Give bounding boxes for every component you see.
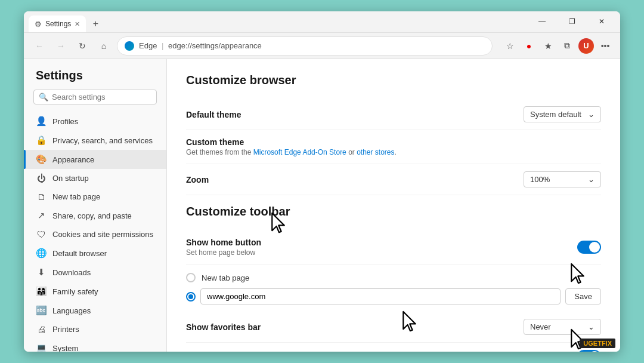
zoom-row: Zoom 100% ⌄ bbox=[186, 164, 601, 195]
window-controls: — ❐ ✕ bbox=[524, 11, 620, 32]
sidebar-item-cookies[interactable]: 🛡 Cookies and site permissions bbox=[24, 225, 166, 244]
settings-tab-label: Settings bbox=[45, 20, 71, 28]
watermark: UGETFIX bbox=[580, 339, 615, 348]
sidebar-item-downloads[interactable]: ⬇ Downloads bbox=[24, 263, 166, 282]
downloads-icon: ⬇ bbox=[36, 267, 47, 278]
appearance-icon: 🎨 bbox=[36, 154, 47, 165]
sidebar-item-label: Downloads bbox=[52, 268, 91, 277]
close-button[interactable]: ✕ bbox=[588, 11, 615, 32]
show-home-button-label: Show home button bbox=[186, 238, 261, 247]
sidebar-item-appearance[interactable]: 🎨 Appearance bbox=[24, 150, 166, 169]
sidebar-item-label: On startup bbox=[52, 174, 89, 183]
collections-icon[interactable]: ★ bbox=[540, 38, 556, 54]
sidebar-item-privacy[interactable]: 🔒 Privacy, search, and services bbox=[24, 131, 166, 150]
chevron-down-icon: ⌄ bbox=[588, 110, 595, 119]
edge-addon-store-link[interactable]: Microsoft Edge Add-On Store bbox=[253, 148, 346, 156]
default-theme-row: Default theme System default ⌄ bbox=[186, 99, 601, 130]
search-box[interactable]: 🔍 bbox=[33, 90, 157, 104]
maximize-button[interactable]: ❐ bbox=[558, 11, 586, 32]
content-area-wrap: Customize browser Default theme System d… bbox=[167, 59, 620, 352]
set-home-desc: Set home page below bbox=[186, 248, 261, 257]
sidebar-item-label: Cookies and site permissions bbox=[52, 230, 153, 239]
sidebar-item-printers[interactable]: 🖨 Printers bbox=[24, 320, 166, 339]
sidebar-item-label: Printers bbox=[52, 325, 79, 334]
search-input[interactable] bbox=[52, 93, 151, 101]
sidebar-item-startup[interactable]: ⏻ On startup bbox=[24, 169, 166, 187]
edge-logo-icon bbox=[125, 41, 134, 51]
default-theme-dropdown[interactable]: System default ⌄ bbox=[524, 106, 601, 122]
profiles-icon: 👤 bbox=[36, 116, 47, 127]
address-url: edge://settings/appearance bbox=[168, 41, 262, 50]
settings-tab[interactable]: ⚙ Settings ✕ bbox=[29, 16, 86, 32]
home-url-input[interactable] bbox=[200, 288, 561, 304]
sidebar-item-label: Default browser bbox=[52, 249, 107, 258]
sidebar-item-profiles[interactable]: 👤 Profiles bbox=[24, 112, 166, 131]
privacy-icon: 🔒 bbox=[36, 135, 47, 146]
address-separator: | bbox=[162, 41, 163, 50]
sidebar-item-label: New tab page bbox=[52, 192, 100, 201]
refresh-button[interactable]: ↻ bbox=[74, 38, 91, 54]
show-favorites-bar-row: Show favorites bar Never ⌄ bbox=[186, 312, 601, 343]
newtab-radio[interactable] bbox=[186, 273, 196, 282]
sidebar-item-label: Share, copy, and paste bbox=[52, 211, 132, 220]
show-home-button-info: Show home button Set home page below bbox=[186, 238, 261, 257]
extensions-icon[interactable]: ⧉ bbox=[559, 38, 575, 54]
favorites-bar-chevron-icon: ⌄ bbox=[588, 322, 595, 331]
close-tab-button[interactable]: ✕ bbox=[75, 20, 80, 28]
sidebar-item-share[interactable]: ↗ Share, copy, and paste bbox=[24, 206, 166, 225]
share-icon: ↗ bbox=[36, 210, 47, 221]
sidebar-item-system[interactable]: 💻 System bbox=[24, 339, 166, 352]
sidebar-item-label: Profiles bbox=[52, 117, 78, 126]
address-text: Edge | edge://settings/appearance bbox=[139, 41, 485, 50]
favorites-bar-dropdown[interactable]: Never ⌄ bbox=[524, 319, 601, 335]
zoom-dropdown[interactable]: 100% ⌄ bbox=[524, 171, 601, 187]
home-button-toggle[interactable] bbox=[577, 241, 601, 254]
sidebar-item-newtab[interactable]: 🗋 New tab page bbox=[24, 187, 166, 206]
edge-word: Edge bbox=[139, 41, 157, 50]
custom-theme-desc-post: . bbox=[395, 148, 397, 156]
languages-icon: 🔤 bbox=[36, 305, 47, 316]
minimize-button[interactable]: — bbox=[528, 11, 556, 32]
sidebar-item-label: Languages bbox=[52, 306, 91, 315]
favorites-button-toggle[interactable] bbox=[577, 350, 601, 352]
url-radio[interactable] bbox=[186, 292, 196, 302]
sidebar-item-label: Privacy, search, and services bbox=[52, 136, 153, 145]
sidebar-item-label: System bbox=[52, 344, 78, 352]
custom-theme-desc: Get themes from the Microsoft Edge Add-O… bbox=[186, 148, 397, 156]
family-icon: 👨‍👩‍👧 bbox=[36, 286, 47, 297]
favorites-icon[interactable]: ☆ bbox=[502, 38, 518, 54]
newtab-icon: 🗋 bbox=[36, 192, 47, 202]
forward-button[interactable]: → bbox=[52, 38, 69, 54]
sidebar-item-default[interactable]: 🌐 Default browser bbox=[24, 244, 166, 263]
save-button[interactable]: Save bbox=[565, 288, 601, 304]
address-bar: ← → ↻ ⌂ Edge | edge://settings/appearanc… bbox=[24, 33, 620, 59]
custom-theme-info: Custom theme Get themes from the Microso… bbox=[186, 137, 397, 156]
favorites-bar-value: Never bbox=[530, 322, 551, 331]
search-icon: 🔍 bbox=[39, 93, 48, 101]
home-nav-button[interactable]: ⌂ bbox=[95, 38, 112, 54]
custom-theme-row: Custom theme Get themes from the Microso… bbox=[186, 130, 601, 164]
other-stores-link[interactable]: other stores bbox=[357, 148, 394, 156]
newtab-radio-label: New tab page bbox=[202, 273, 249, 282]
back-button[interactable]: ← bbox=[31, 38, 48, 54]
system-icon: 💻 bbox=[36, 343, 47, 352]
new-tab-button[interactable]: + bbox=[87, 16, 104, 32]
home-sub: New tab page Save bbox=[186, 264, 601, 312]
zoom-chevron-icon: ⌄ bbox=[588, 175, 595, 184]
address-input-wrap[interactable]: Edge | edge://settings/appearance bbox=[117, 36, 493, 56]
printers-icon: 🖨 bbox=[36, 324, 47, 334]
custom-theme-label: Custom theme bbox=[186, 137, 397, 147]
customize-browser-title: Customize browser bbox=[186, 73, 601, 87]
title-bar: ⚙ Settings ✕ + — ❐ ✕ bbox=[24, 11, 620, 33]
profile-avatar[interactable]: U bbox=[578, 38, 594, 54]
address-icons: ☆ ● ★ ⧉ U ••• bbox=[502, 38, 613, 54]
sidebar-item-languages[interactable]: 🔤 Languages bbox=[24, 301, 166, 320]
sidebar-item-family[interactable]: 👨‍👩‍👧 Family safety bbox=[24, 282, 166, 301]
sidebar-item-label: Appearance bbox=[52, 155, 94, 164]
default-theme-value: System default bbox=[530, 110, 581, 119]
more-options-icon[interactable]: ••• bbox=[597, 38, 613, 54]
zoom-label: Zoom bbox=[186, 175, 209, 184]
show-home-button-row: Show home button Set home page below bbox=[186, 230, 601, 264]
custom-theme-desc-mid: or bbox=[346, 148, 357, 156]
opera-icon[interactable]: ● bbox=[521, 38, 537, 54]
